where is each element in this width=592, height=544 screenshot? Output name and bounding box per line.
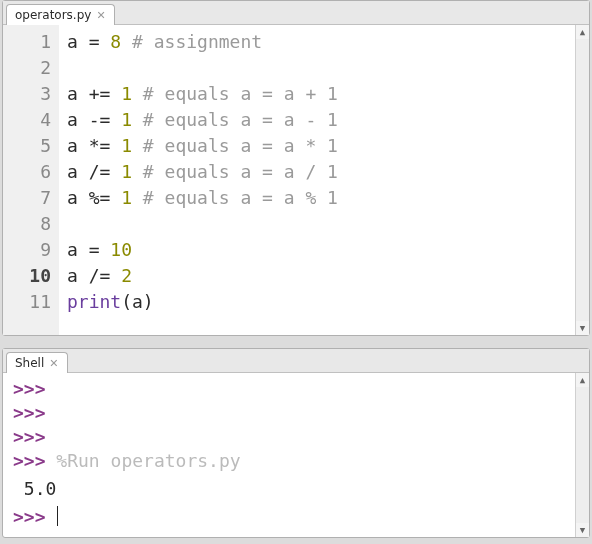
code-line[interactable]: a = 10 bbox=[67, 237, 583, 263]
line-number: 2 bbox=[15, 55, 51, 81]
shell-line: >>> bbox=[13, 401, 581, 425]
scroll-up-icon[interactable]: ▲ bbox=[576, 373, 589, 387]
scroll-track[interactable] bbox=[576, 387, 589, 523]
shell-output-area[interactable]: >>>>>> >>> >>> %Run operators.py 5.0>>> bbox=[3, 373, 589, 537]
editor-body: 1234567891011 a = 8 # assignment a += 1 … bbox=[3, 25, 589, 335]
line-number: 7 bbox=[15, 185, 51, 211]
editor-tab-label: operators.py bbox=[15, 8, 91, 22]
shell-tabrow: Shell ✕ bbox=[3, 349, 589, 373]
shell-line: >>> bbox=[13, 377, 581, 401]
editor-panel: operators.py ✕ 1234567891011 a = 8 # ass… bbox=[2, 0, 590, 336]
code-line[interactable] bbox=[67, 55, 583, 81]
editor-tabrow: operators.py ✕ bbox=[3, 1, 589, 25]
line-number: 9 bbox=[15, 237, 51, 263]
code-line[interactable]: a /= 1 # equals a = a / 1 bbox=[67, 159, 583, 185]
line-number: 11 bbox=[15, 289, 51, 315]
editor-tab-operators[interactable]: operators.py ✕ bbox=[6, 4, 115, 25]
code-line[interactable]: a %= 1 # equals a = a % 1 bbox=[67, 185, 583, 211]
shell-tab-label: Shell bbox=[15, 356, 44, 370]
line-number-gutter: 1234567891011 bbox=[3, 25, 59, 335]
code-line[interactable]: a -= 1 # equals a = a - 1 bbox=[67, 107, 583, 133]
line-number: 6 bbox=[15, 159, 51, 185]
code-line[interactable]: a /= 2 bbox=[67, 263, 583, 289]
cursor bbox=[57, 506, 58, 526]
scroll-track[interactable] bbox=[576, 39, 589, 321]
shell-input-line[interactable]: >>> bbox=[13, 505, 581, 529]
scroll-down-icon[interactable]: ▼ bbox=[576, 523, 589, 537]
shell-tab[interactable]: Shell ✕ bbox=[6, 352, 68, 373]
close-icon[interactable]: ✕ bbox=[49, 358, 58, 369]
code-line[interactable] bbox=[67, 211, 583, 237]
shell-panel: Shell ✕ >>>>>> >>> >>> %Run operators.py… bbox=[2, 348, 590, 538]
shell-line: >>> bbox=[13, 425, 581, 449]
code-line[interactable]: a = 8 # assignment bbox=[67, 29, 583, 55]
line-number: 8 bbox=[15, 211, 51, 237]
line-number: 5 bbox=[15, 133, 51, 159]
close-icon[interactable]: ✕ bbox=[96, 10, 105, 21]
line-number: 3 bbox=[15, 81, 51, 107]
line-number: 10 bbox=[15, 263, 51, 289]
code-line[interactable]: a += 1 # equals a = a + 1 bbox=[67, 81, 583, 107]
code-line[interactable]: print(a) bbox=[67, 289, 583, 315]
scroll-down-icon[interactable]: ▼ bbox=[576, 321, 589, 335]
shell-scrollbar[interactable]: ▲ ▼ bbox=[575, 373, 589, 537]
code-area[interactable]: a = 8 # assignment a += 1 # equals a = a… bbox=[59, 25, 589, 335]
editor-scrollbar[interactable]: ▲ ▼ bbox=[575, 25, 589, 335]
line-number: 1 bbox=[15, 29, 51, 55]
code-line[interactable]: a *= 1 # equals a = a * 1 bbox=[67, 133, 583, 159]
shell-line: 5.0 bbox=[13, 477, 581, 501]
shell-line: >>> %Run operators.py bbox=[13, 449, 581, 473]
scroll-up-icon[interactable]: ▲ bbox=[576, 25, 589, 39]
line-number: 4 bbox=[15, 107, 51, 133]
